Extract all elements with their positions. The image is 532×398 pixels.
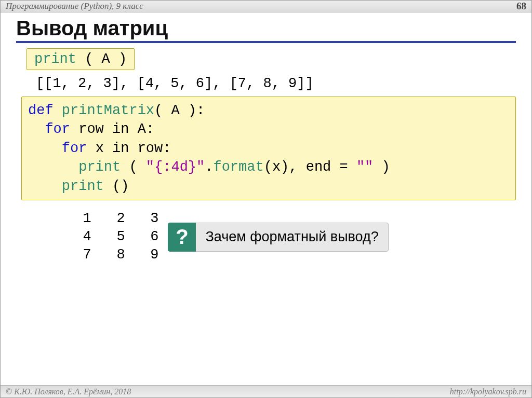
kw-def: def	[28, 103, 62, 118]
code-text: ()	[104, 179, 129, 194]
fn-print: print	[78, 159, 121, 175]
code-str: "{:4d}"	[146, 159, 205, 175]
code-fn: print	[34, 51, 76, 67]
fn-print: print	[62, 179, 104, 194]
code-text: x in row:	[96, 141, 171, 156]
kw-for: for	[28, 141, 96, 156]
slide-footer: © К.Ю. Поляков, Е.А. Ерёмин, 2018 http:/…	[1, 385, 531, 397]
code-pad	[28, 159, 78, 175]
question-mark-icon: ?	[168, 223, 196, 252]
code-text: =	[331, 159, 356, 175]
slide-header: Программирование (Python), 9 класс 68	[1, 1, 531, 12]
question-text: Зачем форматный вывод?	[196, 223, 388, 252]
fn-name: printMatrix	[62, 103, 154, 118]
code-text: (	[121, 159, 146, 175]
matrix-output: 1 2 3 4 5 6 7 8 9	[58, 210, 158, 264]
slide: Программирование (Python), 9 класс 68 Вы…	[0, 0, 532, 398]
code-snippet-2: def printMatrix( A ): for row in A: for …	[21, 97, 516, 200]
code-text: ( A )	[76, 51, 127, 67]
inline-output: [[1, 2, 3], [4, 5, 6], [7, 8, 9]]	[36, 74, 516, 93]
question-callout: ? Зачем форматный вывод?	[168, 223, 388, 252]
footer-link[interactable]: http://kpolyakov.spb.ru	[450, 387, 526, 396]
code-str: ""	[356, 159, 373, 175]
code-text: )	[373, 159, 390, 175]
kw-for: for	[28, 121, 78, 137]
output-row: 1 2 3 4 5 6 7 8 9 ? Зачем форматный выво…	[16, 210, 516, 264]
code-text: .	[205, 159, 213, 175]
code-text: (x), end	[264, 159, 331, 175]
code-pad	[28, 179, 62, 194]
fn-format: format	[213, 159, 263, 175]
code-snippet-1: print ( A )	[26, 48, 135, 70]
code-text: ( A ):	[154, 103, 205, 118]
code-text: row in A:	[78, 121, 154, 137]
course-title: Программирование (Python), 9 класс	[6, 1, 143, 11]
slide-title: Вывод матриц	[16, 17, 516, 43]
slide-content: Вывод матриц print ( A ) [[1, 2, 3], [4,…	[1, 12, 531, 385]
copyright: © К.Ю. Поляков, Е.А. Ерёмин, 2018	[6, 387, 131, 396]
page-number: 68	[516, 1, 526, 12]
